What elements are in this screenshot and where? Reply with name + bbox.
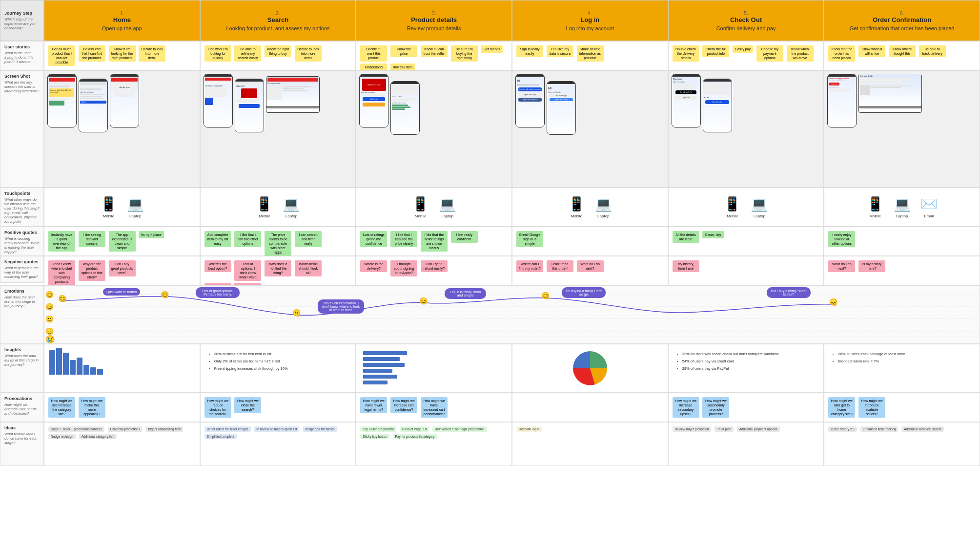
- list-item: Sign in really easily: [516, 45, 543, 57]
- ideas-step1: Stage + seller + promotions banners Univ…: [44, 422, 200, 466]
- insights-bullets-2: 30% of clicks are for first item in list…: [204, 347, 353, 377]
- journey-map: Journey Step Which step of the experienc…: [0, 0, 980, 466]
- list-item: All the details are clear: [673, 231, 699, 243]
- list-item: What do I do next?: [577, 260, 604, 272]
- list-item: Additional payment options: [737, 426, 780, 432]
- touchpoint-mobile-1: 📱 Mobile: [100, 196, 117, 218]
- step-5-label: Check Out: [730, 16, 762, 23]
- list-item: Know the right thing to buy: [265, 45, 291, 57]
- step-5-number: 5.: [744, 10, 748, 16]
- list-item: My history, here I am!: [673, 260, 699, 272]
- list-item: The price seems to be comparable with ot…: [265, 231, 291, 256]
- step-6-label: Order Confirmation: [873, 16, 931, 23]
- insights-step6: 28% of users track package at least once…: [824, 344, 980, 393]
- touchpoint-email-6: ✉️ Email: [920, 196, 938, 218]
- step-3-header: 3. Product details Review product detail…: [356, 0, 512, 41]
- list-item: Product Page 2.0: [400, 426, 429, 432]
- phone-mockup-1c: eBay App Home: [110, 74, 139, 127]
- list-item: Why does it not find the thing?: [265, 260, 291, 276]
- bar-chart-1: [47, 347, 197, 377]
- hbar: [363, 357, 400, 361]
- touchpoint-laptop-1: 💻 Laptop: [127, 196, 144, 218]
- list-item: Check the full product info: [702, 45, 729, 57]
- user-stories-step5: Double check the delivery details Check …: [668, 41, 824, 70]
- emotion-bubble-6: Did I buy a thing? What is this?: [767, 287, 811, 298]
- hbar-row: [363, 363, 505, 367]
- list-item: Image grid for basics: [303, 426, 337, 432]
- provocations-step2: How might we reduce choices for the sear…: [200, 393, 356, 422]
- list-item: Lots of ratings giving me confidence: [360, 231, 387, 247]
- list-item: Know when the product will arrive: [787, 45, 814, 62]
- list-item: Bigger onboarding flow: [145, 426, 183, 432]
- positive-step5: All the details are clear Clean, tidy: [668, 227, 824, 256]
- phone-mockup-3a: HEAVY DUTY cable Shop with confidence Ad…: [359, 74, 388, 127]
- negative-step4: Where can I find my order? I can't read …: [512, 256, 668, 285]
- hbar-row: [363, 357, 505, 361]
- list-item: How might we increase cart confidence?: [390, 397, 417, 413]
- step-4-desc: Log into my account: [566, 25, 614, 31]
- user-stories-step6: Know that the order has been placed Know…: [824, 41, 980, 70]
- list-item: Where can I find my order?: [516, 260, 543, 272]
- list-item: Can I buy great products here?: [109, 260, 136, 276]
- phone-mockup-5b: £3.99 Save this order: [703, 79, 732, 132]
- screenshot-step3: HEAVY DUTY cable Shop with confidence Ad…: [356, 70, 512, 188]
- phone-mockup-2b: HEAVY DUTY: [235, 79, 264, 132]
- ideas-step2: Better editor for seller images In revie…: [200, 422, 356, 466]
- list-item: How might we have fewer legal terms?: [360, 397, 387, 413]
- list-item: Clean, tidy: [702, 231, 723, 238]
- positive-step6: I really enjoy looking at other options: [824, 227, 980, 256]
- insights-step4: [512, 344, 668, 393]
- phone-mockup-3b: £1.99 - £3.99 Detailed seller ratings: [390, 81, 420, 135]
- touchpoint-laptop-2: 💻 Laptop: [283, 196, 300, 218]
- touchpoints-label: Touchpoints What other ways do we intera…: [0, 188, 44, 227]
- ideas-step3: Top Seller programme Product Page 2.0 Re…: [356, 422, 512, 466]
- touchpoints-step3: 📱 Mobile 💻 Laptop: [356, 188, 512, 227]
- list-item: Know that the order has been placed: [828, 45, 855, 62]
- emotion-bubble-4: Log in is really clean and simple: [445, 288, 486, 299]
- bar: [97, 369, 103, 375]
- touchpoints-step4: 📱 Mobile 💻 Laptop: [512, 188, 668, 227]
- step-2-label: Search: [267, 16, 288, 23]
- ideas-step6: Order history 2.0 Enhanced item tracking…: [824, 422, 980, 466]
- negative-step6: What do I do next? Is my history here?: [824, 256, 980, 285]
- touchpoints-step1: 📱 Mobile 💻 Laptop: [44, 188, 200, 227]
- list-item: Where is the delivery?: [360, 260, 387, 272]
- list-item: I can search and filter really: [295, 231, 322, 247]
- step-4-number: 4.: [588, 10, 592, 16]
- list-item: How might we see increase the category s…: [48, 397, 75, 418]
- hbar-chart-3: [359, 347, 509, 388]
- provocations-step1: How might we see increase the category s…: [44, 393, 200, 422]
- positive-quotes-label: Positive quotes What is working really w…: [0, 227, 44, 256]
- list-item: Share as little information as possible: [577, 45, 604, 62]
- pie-chart-4: [571, 349, 610, 388]
- user-stories-step4: Sign in really easily Feel like my data …: [512, 41, 668, 70]
- list-item: The app experience is clean and simple: [109, 231, 136, 252]
- bar: [49, 350, 55, 375]
- screenshot-step1: Summer sale! Grab 10% off home finds. ca…: [44, 70, 200, 188]
- touchpoints-step2: 📱 Mobile 💻 Laptop: [200, 188, 356, 227]
- emotions-chart: 😊 😊 😐 😞 😢 😊 😊 😐 😊 😊 😞 I ju: [44, 285, 980, 344]
- list-item: Feel like my data is secure: [547, 45, 573, 57]
- emotion-bubble-1: I just want to search: [103, 288, 140, 296]
- negative-step1: I don't know where to start with compari…: [44, 256, 200, 285]
- touchpoint-laptop-5: 💻 Laptop: [751, 196, 768, 218]
- list-item: Additional category info: [79, 434, 117, 439]
- list-item: I don't know where to start with compari…: [48, 260, 75, 285]
- hbar: [363, 351, 407, 355]
- hbar-row: [363, 369, 505, 373]
- phone-mockup-6a: Thanks for shopping with us. Your order …: [827, 74, 857, 127]
- hbar: [363, 369, 392, 373]
- list-item: Where's the best option?: [204, 260, 231, 272]
- list-item: Double check the delivery details: [673, 45, 699, 62]
- provocations-step6: How might we also get to home category s…: [824, 393, 980, 422]
- touchpoint-mobile-4: 📱 Mobile: [568, 196, 585, 218]
- list-item: Simplified complete: [204, 434, 237, 439]
- bar: [63, 353, 69, 375]
- emotion-bubble-5: I'm buying a thing! Here we go.: [562, 287, 606, 298]
- list-item: Decide to look into more detail: [295, 45, 322, 62]
- list-item: Know if I'm looking for the right produc…: [109, 45, 136, 62]
- emoji-sad: 😞: [45, 327, 54, 335]
- positive-step3: Lots of ratings giving me confidence I l…: [356, 227, 512, 256]
- row-desc-journey: Which step of the experience are you des…: [4, 17, 40, 30]
- bar: [90, 367, 96, 375]
